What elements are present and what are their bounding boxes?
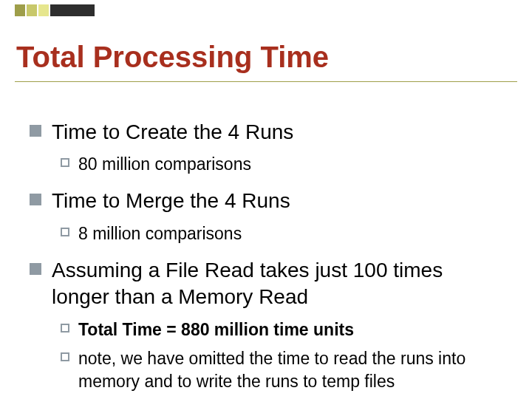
bullet-level2-item: note, we have omitted the time to read t… (61, 347, 502, 393)
hollow-square-bullet-icon (61, 228, 69, 236)
bullet-text: 80 million comparisons (78, 153, 251, 176)
bullet-text: note, we have omitted the time to read t… (78, 347, 502, 393)
bullet-text: Time to Create the 4 Runs (52, 119, 293, 146)
deco-square-2 (27, 4, 37, 16)
hollow-square-bullet-icon (61, 352, 69, 361)
bullet-text: Time to Merge the 4 Runs (52, 188, 290, 214)
bullet-level2-item: 80 million comparisons (61, 153, 502, 176)
bullet-level2-item: 8 million comparisons (61, 222, 502, 245)
deco-bar-4 (50, 4, 95, 16)
bullet-level1-item: Time to Merge the 4 Runs 8 million compa… (30, 188, 502, 245)
slide-title: Total Processing Time (16, 41, 329, 74)
bullet-level2-group: 8 million comparisons (61, 222, 502, 245)
square-bullet-icon (30, 125, 41, 137)
bullet-level2-item: Total Time = 880 million time units (61, 318, 502, 341)
square-bullet-icon (30, 194, 41, 205)
hollow-square-bullet-icon (61, 158, 69, 167)
bullet-text: 8 million comparisons (78, 222, 242, 245)
deco-square-3 (38, 4, 49, 16)
bullet-text: Assuming a File Read takes just 100 time… (52, 257, 502, 311)
title-underline (15, 81, 517, 82)
square-bullet-icon (30, 263, 41, 275)
decorative-top-bar (0, 0, 532, 22)
bullet-level1-item: Time to Create the 4 Runs 80 million com… (30, 119, 502, 176)
deco-square-1 (15, 4, 25, 16)
hollow-square-bullet-icon (61, 324, 69, 332)
bullet-level2-group: 80 million comparisons (61, 153, 502, 176)
bullet-text: Total Time = 880 million time units (78, 318, 354, 341)
slide-body: Time to Create the 4 Runs 80 million com… (30, 107, 502, 396)
bullet-level2-group: Total Time = 880 million time units note… (61, 318, 502, 393)
bullet-level1-item: Assuming a File Read takes just 100 time… (30, 257, 502, 393)
